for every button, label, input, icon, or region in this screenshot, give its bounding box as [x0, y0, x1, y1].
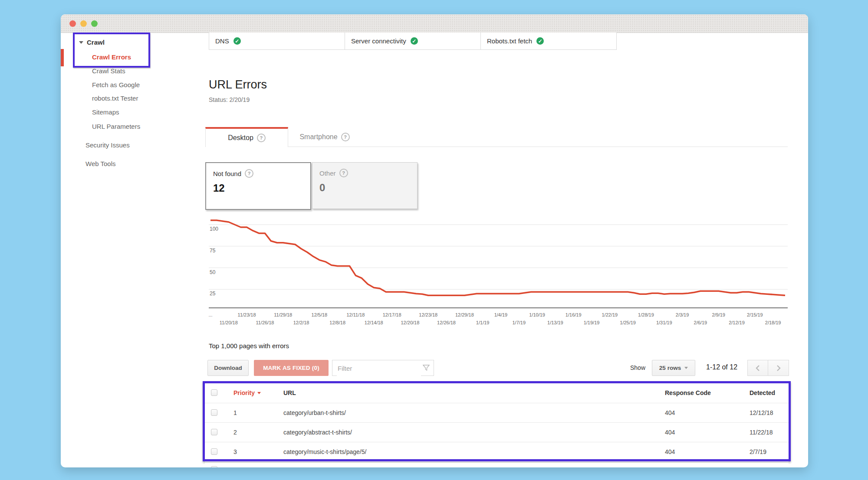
y-axis-tick: 100 [210, 226, 218, 232]
url-cell[interactable]: category/abstract-t-shirts/abstract-t-sh… [283, 467, 475, 467]
error-box-label: Other [319, 170, 336, 177]
maximize-window-icon[interactable] [91, 20, 98, 27]
x-axis-tick: 12/8/18 [329, 320, 345, 325]
browser-window: Crawl Crawl Errors Crawl Stats Fetch as … [61, 14, 808, 467]
url-cell[interactable]: category/urban-t-shirts/ [283, 409, 346, 416]
x-axis-tick: 12/5/18 [312, 312, 328, 317]
row-checkbox[interactable] [211, 466, 217, 467]
next-page-button[interactable] [768, 360, 789, 376]
check-circle-icon: ✓ [233, 37, 241, 45]
active-item-indicator [61, 49, 64, 66]
page-title: URL Errors [209, 78, 267, 91]
column-header-detected[interactable]: Detected [750, 389, 775, 396]
x-axis-tick: 1/22/19 [602, 312, 618, 317]
table-row-partial: 4category/abstract-t-shirts/abstract-t-s… [205, 463, 789, 467]
tab-smartphone[interactable]: Smartphone ? [288, 127, 362, 147]
x-axis-tick: 12/29/18 [455, 312, 474, 317]
help-icon[interactable]: ? [257, 134, 266, 142]
row-checkbox[interactable] [211, 429, 217, 435]
priority-cell: 3 [233, 448, 237, 455]
x-axis-tick: 1/7/19 [512, 320, 526, 325]
rows-per-page-dropdown[interactable]: 25 rows [652, 360, 695, 376]
health-tab-label: Server connectivity [351, 37, 406, 45]
x-axis-tick: 12/23/18 [419, 312, 437, 317]
x-axis-tick: 12/14/18 [365, 320, 383, 325]
x-axis-tick: 1/19/19 [584, 320, 600, 325]
url-cell[interactable]: category/abstract-t-shirts/ [283, 429, 352, 436]
column-label: Priority [233, 389, 255, 396]
device-tabs: Desktop ? Smartphone ? [205, 127, 788, 147]
table-row: 2category/abstract-t-shirts/40411/22/18 [205, 423, 789, 442]
x-axis-tick: 11/29/18 [274, 312, 292, 317]
pagination [747, 360, 789, 376]
x-axis-tick: 1/28/19 [638, 312, 654, 317]
chart-line [210, 220, 785, 295]
column-header-url[interactable]: URL [283, 389, 296, 396]
column-header-response-code[interactable]: Response Code [665, 389, 711, 396]
x-axis-tick: 11/23/18 [238, 312, 256, 317]
health-tab-server-connectivity[interactable]: Server connectivity ✓ [345, 33, 481, 50]
health-tab-robots-fetch[interactable]: Robots.txt fetch ✓ [481, 33, 617, 50]
error-count: 12 [213, 182, 225, 194]
tab-desktop[interactable]: Desktop ? [205, 127, 288, 147]
filter-input[interactable] [337, 361, 421, 376]
x-axis-tick: 1/25/19 [620, 320, 636, 325]
sidebar-item-crawl-errors[interactable]: Crawl Errors [92, 53, 131, 61]
help-icon[interactable]: ? [245, 169, 253, 178]
x-axis-tick: 2/3/19 [676, 312, 689, 317]
sidebar-item-crawl[interactable]: Crawl [79, 39, 105, 46]
close-window-icon[interactable] [69, 20, 76, 27]
detected-cell: 12/12/18 [750, 409, 773, 416]
sidebar-item-robots-tester[interactable]: robots.txt Tester [92, 95, 138, 102]
table-heading: Top 1,000 pages with errors [209, 342, 289, 349]
error-box-label: Not found [213, 170, 241, 177]
help-icon[interactable]: ? [339, 169, 348, 177]
filter-box [332, 360, 434, 376]
download-button[interactable]: Download [207, 360, 249, 376]
x-axis-tick: 12/2/18 [293, 320, 309, 325]
pagination-range: 1-12 of 12 [706, 363, 748, 371]
sidebar-item-crawl-stats[interactable]: Crawl Stats [92, 67, 125, 75]
sidebar-item-label: Crawl [87, 39, 105, 46]
y-axis-tick: 75 [210, 248, 215, 254]
error-box-not-found[interactable]: Not found ? 12 [205, 162, 311, 210]
table-header-row: Priority URL Response Code Detected [205, 383, 789, 403]
minimize-window-icon[interactable] [80, 20, 87, 27]
detected-cell: 2/7/19 [750, 467, 766, 467]
error-box-other[interactable]: Other ? 0 [312, 162, 418, 209]
response-code-cell: 404 [665, 448, 675, 455]
detected-cell: 11/22/18 [750, 429, 773, 436]
check-circle-icon: ✓ [411, 37, 418, 45]
sidebar-item-sitemaps[interactable]: Sitemaps [92, 108, 119, 116]
previous-page-button[interactable] [747, 360, 768, 376]
x-axis-tick: 11/20/18 [220, 320, 238, 325]
row-checkbox[interactable] [211, 448, 217, 455]
detected-cell: 2/7/19 [750, 448, 766, 455]
table-row: 1category/urban-t-shirts/40412/12/18 [205, 403, 789, 423]
sidebar-item-web-tools[interactable]: Web Tools [85, 160, 116, 167]
select-all-checkbox[interactable] [211, 389, 217, 396]
url-cell[interactable]: category/music-t-shirts/page/5/ [283, 448, 366, 455]
table-body: 1category/urban-t-shirts/40412/12/182cat… [205, 403, 789, 462]
tab-label: Desktop [228, 134, 253, 142]
sidebar-item-security-issues[interactable]: Security Issues [85, 141, 130, 149]
filter-funnel-icon [423, 365, 430, 371]
mark-as-fixed-button[interactable]: MARK AS FIXED (0) [254, 360, 329, 376]
site-health-bar: DNS ✓ Server connectivity ✓ Robots.txt f… [209, 33, 617, 50]
response-code-cell: 404 [665, 409, 675, 416]
y-axis-tick: 50 [210, 269, 215, 275]
sidebar-item-fetch-as-google[interactable]: Fetch as Google [92, 81, 140, 88]
column-header-priority[interactable]: Priority [233, 389, 261, 396]
row-checkbox[interactable] [211, 409, 217, 416]
x-axis-tick: 1/1/19 [476, 320, 490, 325]
sidebar-item-url-parameters[interactable]: URL Parameters [92, 123, 140, 130]
x-axis-tick: 2/9/19 [712, 312, 725, 317]
status-date: Status: 2/20/19 [209, 96, 250, 103]
x-axis-tick: 12/20/18 [401, 320, 419, 325]
desktop-background: { "icons": { "check": "✓", "question": "… [0, 0, 868, 480]
table-row: 3category/music-t-shirts/page/5/4042/7/1… [205, 442, 789, 462]
x-axis-tick: 12/11/18 [346, 312, 365, 317]
health-tab-dns[interactable]: DNS ✓ [209, 33, 345, 50]
help-icon[interactable]: ? [341, 133, 350, 141]
window-titlebar [61, 14, 808, 33]
